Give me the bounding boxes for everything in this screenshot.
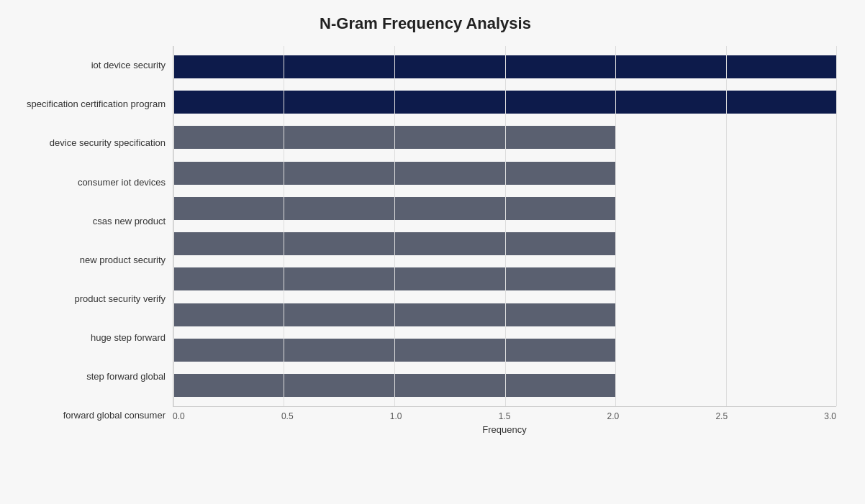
bar-row xyxy=(173,191,836,226)
y-label: new product security xyxy=(14,240,166,279)
bar xyxy=(173,197,615,220)
y-label: device security specification xyxy=(14,124,166,162)
y-label: iot device security xyxy=(14,46,166,85)
y-labels: iot device securityspecification certifi… xyxy=(14,46,173,435)
bars-area xyxy=(173,46,836,407)
x-tick: 1.5 xyxy=(499,411,511,421)
y-label: huge step forward xyxy=(14,319,166,357)
x-axis: 0.00.51.01.52.02.53.0 xyxy=(173,407,836,421)
bar xyxy=(173,303,615,326)
bar-row xyxy=(173,368,836,403)
bar xyxy=(173,232,615,255)
bar-row xyxy=(173,155,836,191)
bar-row xyxy=(173,84,836,119)
bar xyxy=(173,339,615,362)
chart-container: N-Gram Frequency Analysis iot device sec… xyxy=(0,0,865,504)
bar-row xyxy=(173,226,836,261)
bar-row xyxy=(173,49,836,84)
bar-rows xyxy=(173,46,836,406)
bar-row xyxy=(173,297,836,332)
y-label: specification certification program xyxy=(14,85,166,124)
bars-and-x: 0.00.51.01.52.02.53.0 Frequency xyxy=(173,46,836,435)
y-label: forward global consumer xyxy=(14,396,166,435)
bar-row xyxy=(173,332,836,367)
x-axis-label: Frequency xyxy=(173,424,836,435)
bar xyxy=(173,55,836,78)
y-label: consumer iot devices xyxy=(14,162,166,201)
x-tick: 0.5 xyxy=(281,411,294,421)
bar-row xyxy=(173,262,836,297)
bar xyxy=(173,91,836,114)
x-tick: 1.0 xyxy=(390,411,402,421)
grid-line xyxy=(836,46,837,406)
bar xyxy=(173,162,615,185)
y-label: product security verify xyxy=(14,280,166,319)
bar xyxy=(173,374,615,397)
bar xyxy=(173,267,615,290)
x-tick: 3.0 xyxy=(824,411,836,421)
y-label: csas new product xyxy=(14,201,166,240)
bar xyxy=(173,126,615,149)
chart-title: N-Gram Frequency Analysis xyxy=(14,14,836,33)
x-tick: 2.5 xyxy=(715,411,728,421)
x-tick: 0.0 xyxy=(173,411,185,421)
chart-area: iot device securityspecification certifi… xyxy=(14,46,836,435)
x-tick: 2.0 xyxy=(607,411,620,421)
bar-row xyxy=(173,120,836,155)
y-label: step forward global xyxy=(14,357,166,396)
